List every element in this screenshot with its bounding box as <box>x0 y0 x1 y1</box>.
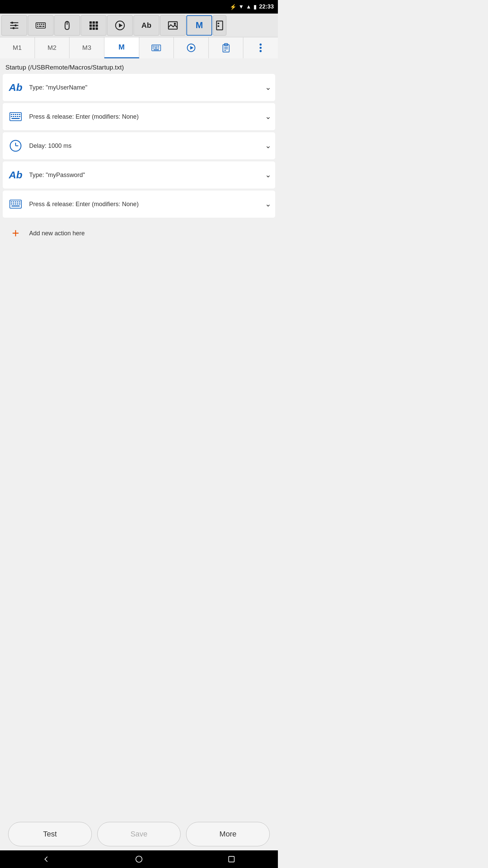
action-label: Type: "myUserName" <box>29 84 262 91</box>
svg-rect-54 <box>17 114 18 115</box>
svg-rect-66 <box>11 201 12 202</box>
action-label: Press & release: Enter (modifiers: None) <box>29 113 262 120</box>
svg-rect-22 <box>93 27 95 30</box>
action-chevron-icon: ⌄ <box>265 112 271 121</box>
svg-rect-15 <box>89 21 92 24</box>
keyboard-toolbar-btn[interactable] <box>28 15 54 36</box>
more-toolbar-btn[interactable] <box>213 15 226 36</box>
svg-rect-68 <box>15 201 16 202</box>
svg-rect-34 <box>156 45 158 46</box>
svg-rect-56 <box>11 116 12 117</box>
top-toolbar: Ab M <box>0 14 278 37</box>
svg-rect-35 <box>158 45 160 46</box>
svg-rect-75 <box>19 203 20 204</box>
svg-rect-32 <box>153 45 154 46</box>
svg-rect-76 <box>12 205 20 206</box>
svg-rect-29 <box>218 23 219 24</box>
grid-toolbar-btn[interactable] <box>81 15 106 36</box>
battery-icon: ▮ <box>253 4 257 10</box>
m-label: M <box>196 20 203 31</box>
svg-rect-57 <box>13 116 14 117</box>
action-row[interactable]: Ab Type: "myUserName" ⌄ <box>3 74 275 101</box>
svg-point-5 <box>13 27 15 29</box>
svg-rect-60 <box>19 116 20 117</box>
svg-rect-38 <box>158 47 160 48</box>
svg-rect-69 <box>17 201 18 202</box>
svg-rect-18 <box>89 24 92 27</box>
svg-rect-7 <box>37 24 38 25</box>
action-label: Press & release: Enter (modifiers: None) <box>29 201 262 208</box>
image-toolbar-btn[interactable] <box>160 15 186 36</box>
tab-m2[interactable]: M2 <box>35 37 70 58</box>
svg-marker-25 <box>119 23 123 27</box>
tab-play-icon[interactable] <box>174 37 209 58</box>
svg-rect-28 <box>217 21 223 30</box>
svg-rect-30 <box>218 25 219 27</box>
svg-point-1 <box>11 22 13 24</box>
tab-keyboard-icon[interactable] <box>139 37 174 58</box>
svg-rect-55 <box>19 114 20 115</box>
svg-point-48 <box>260 46 262 48</box>
svg-rect-39 <box>154 49 159 50</box>
svg-rect-9 <box>41 24 42 25</box>
mouse-toolbar-btn[interactable] <box>54 15 80 36</box>
svg-rect-53 <box>15 114 16 115</box>
svg-rect-71 <box>11 203 12 204</box>
svg-point-3 <box>15 24 17 26</box>
svg-rect-52 <box>13 114 14 115</box>
svg-rect-67 <box>13 201 14 202</box>
svg-rect-8 <box>39 24 40 25</box>
action-row[interactable]: Ab Type: "myPassword" ⌄ <box>3 161 275 189</box>
svg-rect-11 <box>37 26 38 27</box>
svg-rect-73 <box>15 203 16 204</box>
svg-rect-51 <box>11 114 12 115</box>
tab-m[interactable]: M <box>104 37 139 58</box>
svg-point-49 <box>260 50 262 52</box>
svg-rect-58 <box>15 116 16 117</box>
action-text-icon2: Ab <box>7 166 24 184</box>
tab-m1[interactable]: M1 <box>0 37 35 58</box>
action-keyboard-icon <box>7 108 24 125</box>
play-toolbar-btn[interactable] <box>107 15 133 36</box>
svg-point-47 <box>260 43 262 45</box>
svg-rect-23 <box>96 27 98 30</box>
add-icon: + <box>7 224 24 242</box>
action-text-icon: Ab <box>7 79 24 96</box>
action-keyboard-icon2 <box>7 195 24 213</box>
status-icons: ⚡ ▼ ▲ ▮ <box>230 4 257 10</box>
status-time: 22:33 <box>259 3 274 10</box>
tab-m3[interactable]: M3 <box>69 37 104 58</box>
ab-label: Ab <box>141 21 151 30</box>
svg-rect-12 <box>39 26 42 27</box>
macro-m-toolbar-btn[interactable]: M <box>186 15 212 36</box>
action-chevron-icon: ⌄ <box>265 141 271 150</box>
tab-more-icon[interactable] <box>243 37 278 58</box>
action-chevron-icon: ⌄ <box>265 200 271 209</box>
svg-rect-19 <box>93 24 95 27</box>
svg-point-27 <box>174 23 176 25</box>
svg-rect-10 <box>43 24 44 25</box>
action-row[interactable]: Press & release: Enter (modifiers: None)… <box>3 103 275 130</box>
svg-rect-13 <box>42 26 44 27</box>
svg-rect-16 <box>93 21 95 24</box>
svg-rect-20 <box>96 24 98 27</box>
sliders-toolbar-btn[interactable] <box>1 15 27 36</box>
action-chevron-icon: ⌄ <box>265 83 271 92</box>
svg-rect-74 <box>17 203 18 204</box>
text-ab-toolbar-btn[interactable]: Ab <box>134 15 159 36</box>
action-chevron-icon: ⌄ <box>265 171 271 179</box>
add-action-label: Add new action here <box>29 230 85 237</box>
status-bar: ⚡ ▼ ▲ ▮ 22:33 <box>0 0 278 14</box>
add-action-row[interactable]: + Add new action here <box>3 220 275 247</box>
svg-rect-37 <box>155 47 158 48</box>
section-title: Startup (/USBRemote/Macros/Startup.txt) <box>0 58 278 74</box>
svg-rect-36 <box>153 47 154 48</box>
svg-rect-70 <box>19 201 20 202</box>
action-list: Ab Type: "myUserName" ⌄ Press & release:… <box>0 74 278 247</box>
svg-rect-21 <box>89 27 92 30</box>
bluetooth-icon: ⚡ <box>230 4 237 10</box>
action-row[interactable]: Press & release: Enter (modifiers: None)… <box>3 191 275 218</box>
action-row[interactable]: Delay: 1000 ms ⌄ <box>3 132 275 159</box>
tab-clipboard-icon[interactable] <box>209 37 244 58</box>
svg-rect-61 <box>12 118 20 119</box>
